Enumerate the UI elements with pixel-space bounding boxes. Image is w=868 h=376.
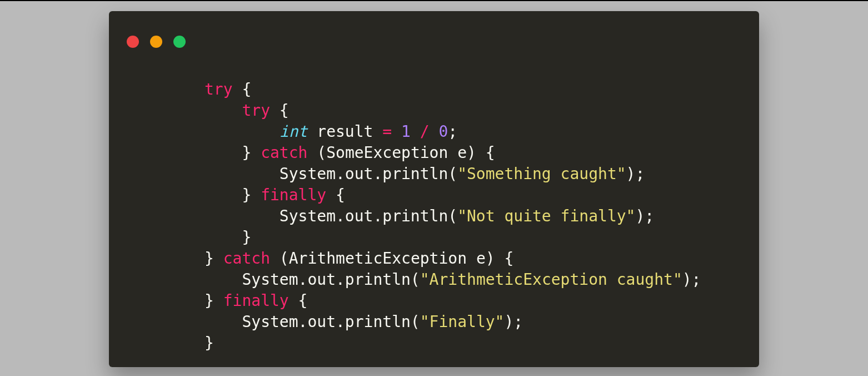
code-content: try { try { int result = 1 / 0; } catch … [127, 79, 759, 354]
code-token-string: "ArithmeticException caught" [420, 270, 682, 289]
window-controls [127, 36, 759, 48]
code-line: } catch (ArithmeticException e) { [204, 248, 759, 269]
code-token-default [411, 122, 420, 141]
code-token-default: ; [448, 122, 457, 141]
code-token-number: 1 [401, 122, 411, 141]
code-token-string: "Something caught" [457, 165, 626, 183]
close-icon[interactable] [127, 36, 139, 48]
code-token-default: ); [504, 313, 523, 331]
code-token-number: 0 [438, 122, 448, 141]
code-line: System.out.println("Something caught"); [204, 164, 759, 185]
code-token-keyword: catch [261, 144, 307, 162]
code-token-keyword: finally [261, 186, 326, 204]
code-token-keyword: catch [223, 249, 270, 268]
code-token-default: } [204, 249, 223, 268]
code-token-default: { [289, 291, 308, 310]
code-token-string: "Finally" [420, 313, 505, 331]
code-token-default: (ArithmeticException e) { [270, 249, 513, 268]
code-token-default: { [233, 80, 252, 98]
code-line: try { [204, 100, 759, 121]
code-token-default [392, 122, 401, 141]
code-line: } catch (SomeException e) { [204, 142, 759, 164]
code-line: System.out.println("ArithmeticException … [204, 269, 759, 290]
code-token-keyword: finally [223, 291, 289, 310]
code-line: System.out.println("Not quite finally"); [204, 206, 759, 227]
code-window: try { try { int result = 1 / 0; } catch … [109, 11, 759, 367]
code-token-keyword: try [242, 101, 270, 120]
code-token-default [430, 122, 439, 141]
code-token-keyword: = [382, 122, 392, 141]
code-line: System.out.println("Finally"); [204, 311, 759, 333]
code-token-default: { [270, 101, 289, 120]
code-token-default: ); [682, 270, 701, 289]
code-token-default: ); [635, 207, 654, 225]
code-token-string: "Not quite finally" [457, 207, 635, 225]
code-token-keyword: / [420, 122, 430, 141]
code-line: int result = 1 / 0; [204, 121, 759, 142]
code-token-default [204, 101, 242, 120]
code-token-default: ); [626, 165, 645, 183]
code-line: } [204, 227, 759, 248]
code-line: } [204, 333, 759, 354]
code-token-default: System.out.println( [204, 313, 420, 331]
maximize-icon[interactable] [173, 36, 186, 48]
code-line: } finally { [204, 185, 759, 206]
code-token-default: (SomeException e) { [307, 144, 495, 162]
code-line: try { [204, 79, 759, 100]
minimize-icon[interactable] [150, 36, 162, 48]
code-token-default: result [307, 122, 382, 141]
code-token-default [204, 122, 280, 141]
code-token-type: int [280, 122, 308, 141]
code-token-default: { [326, 186, 345, 204]
code-token-default: } [204, 334, 214, 352]
code-token-default: } [204, 291, 223, 310]
code-line: } finally { [204, 290, 759, 311]
code-token-default: } [204, 186, 261, 204]
code-token-default: System.out.println( [204, 165, 457, 183]
code-token-default: } [204, 144, 261, 162]
code-token-default: System.out.println( [204, 270, 420, 289]
code-token-keyword: try [204, 80, 233, 98]
code-token-default: System.out.println( [204, 207, 457, 225]
code-token-default: } [204, 228, 251, 246]
